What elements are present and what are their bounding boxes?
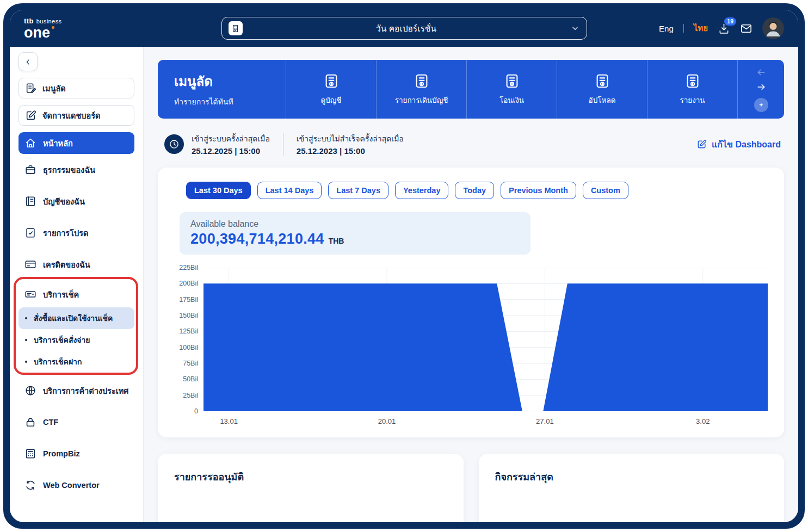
chart-card: Last 30 DaysLast 14 DaysLast 7 DaysYeste…: [158, 168, 784, 437]
bottom-cards-row: รายการรออนุมัติ กิจกรรมล่าสุด: [158, 454, 784, 522]
balance-label: Available balance: [190, 219, 520, 229]
credit-card-icon: [24, 258, 36, 270]
banner-title-block: เมนูลัด ทำรายการได้ทันที: [158, 60, 286, 119]
download-button[interactable]: 19: [718, 22, 730, 35]
y-tick-label: 100Bil: [179, 344, 198, 351]
quick-action-2[interactable]: รายการเดินบัญชี: [376, 60, 466, 119]
brand-line1: business: [36, 18, 62, 24]
y-tick-label: 25Bil: [183, 392, 198, 399]
filter-chip[interactable]: Last 7 Days: [328, 182, 388, 199]
sidebar-item-label: Web Convertor: [43, 481, 100, 490]
x-tick-label: 27.01: [536, 417, 554, 425]
filter-chip[interactable]: Previous Month: [501, 182, 576, 199]
quick-actions: ดูบัญชี รายการเดินบัญชี โอนเงิน อัปโหลด …: [286, 60, 737, 119]
arrow-left-icon[interactable]: [756, 67, 767, 78]
main-content: เมนูลัด ทำรายการได้ทันที ดูบัญชี รายการเ…: [144, 47, 798, 522]
brand-orange-dot: [52, 26, 54, 29]
sidebar-item-shortcut-menu[interactable]: เมนูลัด: [18, 78, 134, 98]
sidebar-item-international-trade[interactable]: บริการการค้าต่างประเทศ: [18, 375, 134, 406]
language-thai[interactable]: ไทย: [694, 22, 708, 35]
sidebar-item-label: บัญชีของฉัน: [43, 195, 85, 208]
accounts-icon: [24, 195, 36, 207]
chevron-down-icon: [570, 23, 580, 33]
last-failed-login-value: 25.12.2023 | 15:00: [297, 146, 404, 156]
topbar-right: Eng ไทย 19: [659, 17, 784, 39]
edit-dashboard-icon: [25, 109, 37, 121]
filter-chip[interactable]: Today: [455, 182, 494, 199]
area-chart-svg: [203, 268, 768, 411]
last-login-label: เข้าสู่ระบบครั้งล่าสุดเมื่อ: [192, 133, 270, 145]
sidebar-item-favorites[interactable]: รายการโปรด: [18, 217, 134, 249]
quick-action-1[interactable]: ดูบัญชี: [286, 60, 376, 119]
approvals-card-title: รายการรออนุมัติ: [174, 469, 447, 485]
sidebar-item-cheque-services[interactable]: บริการเช็ค: [18, 281, 134, 307]
sidebar-subitem-cheque-deposit[interactable]: บริการเช็คฝาก: [18, 351, 134, 373]
quick-action-label: ดูบัญชี: [320, 94, 341, 106]
sidebar-subitem-label: บริการเช็คสั่งจ่าย: [34, 334, 90, 346]
sidebar: เมนูลัด จัดการแดชบอร์ด หน้าหลัก: [10, 47, 144, 522]
user-avatar[interactable]: [762, 17, 784, 39]
quick-action-label: อัปโหลด: [589, 94, 616, 106]
prompbiz-icon: [24, 448, 36, 460]
y-tick-label: 125Bil: [179, 327, 198, 335]
sidebar-item-label: รายการโปรด: [43, 227, 88, 239]
x-tick-label: 20.01: [378, 417, 396, 425]
y-tick-label: 50Bil: [183, 375, 198, 383]
sidebar-item-label: เครดิตของฉัน: [43, 258, 90, 271]
login-divider: [283, 133, 283, 156]
edit-dashboard-label: แก้ไข Dashboard: [712, 138, 781, 151]
sparkle-icon[interactable]: [754, 98, 768, 112]
brand-name: one: [24, 26, 50, 40]
filter-chip[interactable]: Yesterday: [395, 182, 449, 199]
sidebar-item-prompbiz[interactable]: PrompBiz: [18, 438, 134, 469]
sidebar-subitem-order-activate-cheque[interactable]: สั่งซื้อและเปิดใช้งานเช็ค: [18, 307, 134, 329]
bullet-dot: [25, 339, 27, 341]
filter-chip[interactable]: Last 14 Days: [257, 182, 322, 199]
filter-chip[interactable]: Custom: [583, 182, 628, 199]
quick-action-5[interactable]: รายงาน: [647, 60, 737, 119]
balance-currency: THB: [329, 237, 344, 245]
chart-plot-area: [203, 268, 768, 411]
sidebar-item-my-accounts[interactable]: บัญชีของฉัน: [18, 185, 134, 217]
building-icon: [229, 21, 243, 35]
app-body: เมนูลัด จัดการแดชบอร์ด หน้าหลัก: [10, 47, 798, 522]
activity-card-title: กิจกรรมล่าสุด: [495, 469, 768, 485]
edit-dashboard-link[interactable]: แก้ไข Dashboard: [696, 138, 781, 151]
sidebar-item-label: หน้าหลัก: [43, 137, 73, 150]
cheque-services-group: บริการเช็ค สั่งซื้อและเปิดใช้งานเช็ค บริ…: [18, 281, 134, 373]
quick-action-label: โอนเงิน: [499, 94, 524, 106]
company-selector[interactable]: วัน คอเปอร์เรชั่น: [221, 17, 587, 40]
sidebar-subitem-cheque-payment[interactable]: บริการเช็คสั่งจ่าย: [18, 329, 134, 351]
arrow-right-icon[interactable]: [756, 82, 767, 92]
available-balance-box: Available balance 200,394,714,210.44 THB: [180, 212, 531, 255]
sidebar-item-my-transactions[interactable]: ธุรกรรมของฉัน: [18, 154, 134, 185]
sidebar-item-manage-dashboard[interactable]: จัดการแดชบอร์ด: [18, 105, 134, 126]
approvals-card: รายการรออนุมัติ: [158, 454, 464, 522]
convert-sync-icon: [24, 479, 36, 491]
favorites-icon: [24, 227, 36, 239]
sidebar-item-home[interactable]: หน้าหลัก: [18, 132, 134, 154]
app-window: ttb business one วัน คอเปอร์เรชั่น Eng: [10, 10, 798, 522]
quick-action-4[interactable]: อัปโหลด: [557, 60, 647, 119]
filter-chip[interactable]: Last 30 Days: [186, 182, 251, 199]
y-tick-label: 150Bil: [179, 312, 198, 319]
y-tick-label: 200Bil: [179, 280, 198, 287]
sidebar-collapse-button[interactable]: [18, 52, 38, 71]
language-eng[interactable]: Eng: [659, 24, 674, 33]
topbar: ttb business one วัน คอเปอร์เรชั่น Eng: [10, 10, 798, 47]
sidebar-item-my-credit[interactable]: เครดิตของฉัน: [18, 249, 134, 280]
quick-action-3[interactable]: โอนเงิน: [466, 60, 557, 119]
sidebar-subitem-label: บริการเช็คฝาก: [34, 356, 82, 368]
passbook-icon: [504, 73, 520, 89]
mail-button[interactable]: [740, 22, 753, 35]
home-icon: [24, 137, 36, 149]
sidebar-item-web-convertor[interactable]: Web Convertor: [18, 469, 134, 501]
brand-logo: ttb business one: [24, 17, 61, 40]
sidebar-item-label: ธุรกรรมของฉัน: [43, 164, 95, 176]
sidebar-item-ctf[interactable]: CTF: [18, 406, 134, 438]
company-selector-value: วัน คอเปอร์เรชั่น: [243, 22, 570, 35]
login-info-row: เข้าสู่ระบบครั้งล่าสุดเมื่อ 25.12.2025 |…: [164, 133, 781, 156]
x-axis-labels: 13.0120.0127.013.02: [203, 411, 768, 429]
balance-value: 200,394,714,210.44: [190, 231, 324, 248]
y-tick-label: 0: [194, 407, 198, 415]
